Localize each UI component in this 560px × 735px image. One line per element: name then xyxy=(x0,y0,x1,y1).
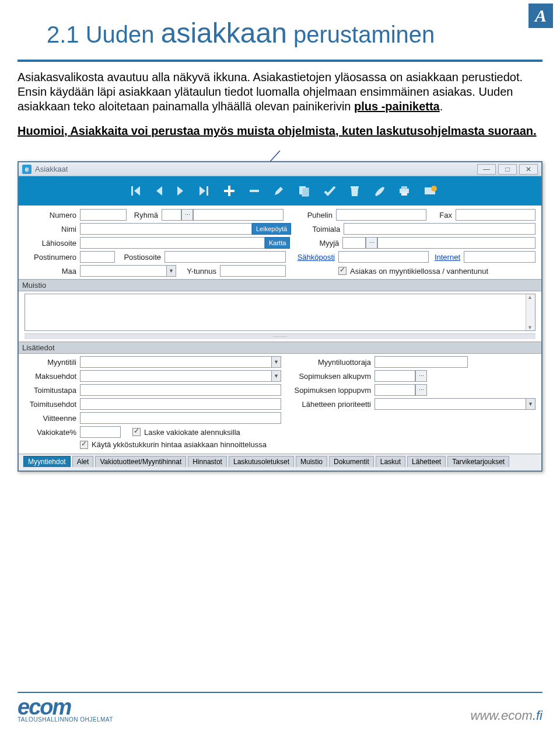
myyntikielto-checkbox[interactable] xyxy=(338,267,346,275)
lbl-soploppu: Sopimuksen loppupvm xyxy=(281,386,374,395)
toimitustapa-input[interactable] xyxy=(80,384,281,396)
edit-icon[interactable] xyxy=(273,185,285,197)
myyja-name-input[interactable] xyxy=(377,237,536,249)
lbl-myyntikielto: Asiakas on myyntikiellossa / vanhentunut xyxy=(350,267,488,276)
kayta-ykkos-checkbox[interactable] xyxy=(80,441,88,449)
postinumero-input[interactable] xyxy=(80,251,115,263)
viitteenne-input[interactable] xyxy=(80,412,281,424)
sopalku-picker[interactable]: ⋯ xyxy=(415,370,427,382)
scrollbar[interactable] xyxy=(526,294,535,330)
ryhma-code-input[interactable] xyxy=(162,209,181,221)
intro-plus-link: plus -painiketta xyxy=(354,100,440,113)
ryhma-name-input[interactable] xyxy=(193,209,284,221)
window-min-button[interactable]: — xyxy=(477,164,496,175)
sopalku-input[interactable] xyxy=(374,370,415,382)
brush-icon[interactable] xyxy=(373,185,385,197)
lbl-kayta-ykkos: Käytä ykköstukkurin hintaa asiakkaan hin… xyxy=(92,440,267,449)
first-record-icon[interactable] xyxy=(130,185,141,197)
add-record-icon[interactable] xyxy=(223,184,236,197)
next-record-icon[interactable] xyxy=(176,185,186,197)
upper-form: Numero Ryhmä ⋯ Puhelin Fax Nimi Leikepöy… xyxy=(19,205,541,454)
myyja-picker[interactable]: ⋯ xyxy=(366,237,377,249)
svg-rect-7 xyxy=(401,186,407,189)
app-icon: e xyxy=(22,165,32,174)
last-record-icon[interactable] xyxy=(198,185,210,197)
lbl-nimi: Nimi xyxy=(24,225,80,234)
numero-input[interactable] xyxy=(80,209,127,221)
copy-icon[interactable] xyxy=(298,184,310,197)
vakiokate-input[interactable] xyxy=(80,426,121,438)
corner-badge: A xyxy=(528,4,553,28)
kartta-button[interactable]: Kartta xyxy=(265,237,290,249)
lbl-toimitustapa: Toimitustapa xyxy=(24,386,80,395)
tab-vakiotuotteet[interactable]: Vakiotuotteet/Myyntihinnat xyxy=(95,456,186,467)
lbl-sahkoposti[interactable]: Sähköposti xyxy=(286,253,338,262)
soploppu-picker[interactable]: ⋯ xyxy=(415,384,427,396)
lahiosoite-input[interactable] xyxy=(80,237,265,249)
lbl-myyja: Myyjä xyxy=(290,239,342,248)
tab-hinnastot[interactable]: Hinnastot xyxy=(188,456,227,467)
memo-resize-handle[interactable]: ⋯⋯⋯ xyxy=(24,333,536,339)
window-close-button[interactable]: ✕ xyxy=(519,164,538,175)
window-title: Asiakkaat xyxy=(35,165,68,173)
myyntitili-select[interactable]: ▼ xyxy=(80,356,281,368)
leikepoyta-button[interactable]: Leikepöytä xyxy=(252,223,291,235)
sahkoposti-input[interactable] xyxy=(338,251,429,263)
logo-text: ecom xyxy=(18,698,113,716)
toimitusehdot-input[interactable] xyxy=(80,398,281,410)
delete-icon[interactable] xyxy=(349,184,360,197)
print-icon[interactable] xyxy=(398,185,411,197)
soploppu-input[interactable] xyxy=(374,384,415,396)
svg-rect-5 xyxy=(302,188,309,196)
intro-paragraph: Asiakasvalikosta avautuu alla näkyvä ikk… xyxy=(18,70,542,114)
lbl-numero: Numero xyxy=(24,211,80,220)
lbl-laske-vakiokate: Laske vakiokate alennuksilla xyxy=(144,428,240,437)
lbl-postinumero: Postinumero xyxy=(24,253,80,262)
lbl-internet[interactable]: Internet xyxy=(429,253,464,262)
tab-laskut[interactable]: Laskut xyxy=(376,456,405,467)
ytunnus-input[interactable] xyxy=(220,265,286,277)
nimi-input[interactable] xyxy=(80,223,252,235)
url-main: www.ecom xyxy=(471,708,533,723)
lbl-viitteenne: Viitteenne xyxy=(24,414,80,423)
tab-dokumentit[interactable]: Dokumentit xyxy=(329,456,374,467)
internet-input[interactable] xyxy=(464,251,536,263)
postiosoite-input[interactable] xyxy=(164,251,286,263)
prev-record-icon[interactable] xyxy=(154,185,163,197)
page-title: 2.1 Uuden asiakkaan perustaminen xyxy=(47,17,542,49)
tab-laskutusoletukset[interactable]: Laskutusoletukset xyxy=(229,456,294,467)
tab-myyntiehdot[interactable]: Myyntiehdot xyxy=(23,456,71,467)
notice-text: Huomioi, Asiakkaita voi perustaa myös mu… xyxy=(18,124,542,138)
maa-select[interactable]: ▼ xyxy=(80,265,176,277)
title-big: asiakkaan xyxy=(161,18,287,48)
myyja-code-input[interactable] xyxy=(342,237,366,249)
lbl-toimiala: Toimiala xyxy=(291,225,344,234)
luottoraja-input[interactable] xyxy=(374,356,468,368)
section-muistio: Muistio xyxy=(19,279,541,291)
fax-input[interactable] xyxy=(456,209,536,221)
footer-rule xyxy=(18,692,542,693)
remove-record-icon[interactable] xyxy=(249,185,260,197)
tab-tarviketarjoukset[interactable]: Tarviketarjoukset xyxy=(447,456,509,467)
app-window: e Asiakkaat — □ ✕ Numero xyxy=(18,161,542,472)
toimiala-input[interactable] xyxy=(344,223,536,235)
prioriteetti-select[interactable]: ▼ xyxy=(374,398,536,410)
svg-rect-2 xyxy=(224,190,235,192)
lbl-luottoraja: Myyntiluottoraja xyxy=(281,358,374,367)
ryhma-picker[interactable]: ⋯ xyxy=(181,209,193,221)
confirm-icon[interactable] xyxy=(323,184,336,197)
puhelin-input[interactable] xyxy=(336,209,426,221)
lbl-ytunnus: Y-tunnus xyxy=(176,267,220,276)
muistio-textarea[interactable] xyxy=(24,294,536,331)
mail-icon[interactable] xyxy=(424,185,438,197)
tab-lahetteet[interactable]: Lähetteet xyxy=(407,456,446,467)
bottom-tabs: Myyntiehdot Alet Vakiotuotteet/Myyntihin… xyxy=(19,454,541,471)
lbl-fax: Fax xyxy=(426,211,456,220)
svg-point-10 xyxy=(431,186,437,191)
laske-vakiokate-checkbox[interactable] xyxy=(132,428,141,436)
tab-alet[interactable]: Alet xyxy=(72,456,94,467)
window-max-button[interactable]: □ xyxy=(498,164,517,175)
maksuehdot-select[interactable]: ▼ xyxy=(80,370,281,382)
lbl-postiosoite: Postiosoite xyxy=(115,253,164,262)
tab-muistio[interactable]: Muistio xyxy=(296,456,327,467)
